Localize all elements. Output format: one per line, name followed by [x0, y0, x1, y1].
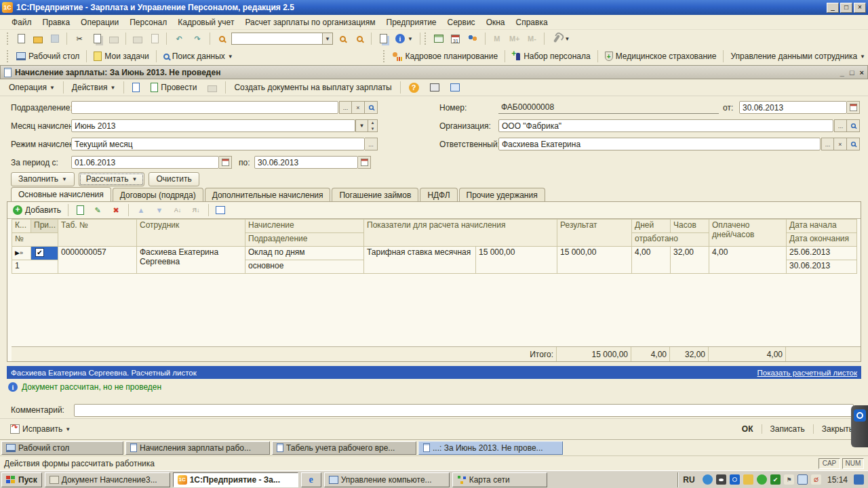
delete-row-button[interactable]: ✖: [108, 203, 124, 218]
calc-m-button[interactable]: M: [490, 31, 505, 46]
medical-insurance-button[interactable]: +Медицинское страхование: [602, 49, 719, 64]
open-button[interactable]: [31, 31, 45, 46]
my-tasks-button[interactable]: Мои задачи: [91, 49, 151, 64]
copy-button[interactable]: [90, 31, 104, 46]
toolbar-grip[interactable]: [7, 50, 9, 62]
accrual-mode-field[interactable]: Текущий месяц: [71, 138, 365, 150]
accrue-checkbox-cell[interactable]: ✔: [31, 247, 58, 260]
taskbar-network-map-button[interactable]: Карта сети: [452, 472, 547, 487]
users-button[interactable]: [465, 31, 481, 46]
actions-menu-button[interactable]: Действия▼: [67, 81, 121, 95]
menu-payroll-by-org[interactable]: Расчет зарплаты по организациям: [240, 16, 380, 28]
organization-open-button[interactable]: [847, 119, 860, 132]
indicator-value-cell[interactable]: 15 000,00: [476, 247, 557, 274]
tray-eye-icon[interactable]: [716, 474, 726, 485]
period-to-field[interactable]: 30.06.2013: [254, 156, 358, 169]
new-document-button[interactable]: [14, 31, 28, 46]
month-spinner[interactable]: ▲▼: [368, 119, 378, 132]
result-cell[interactable]: 15 000,00: [557, 247, 632, 274]
clear-button[interactable]: Очистить: [149, 172, 199, 186]
toolbar-grip[interactable]: [425, 33, 427, 45]
move-up-button[interactable]: ▲: [133, 203, 149, 218]
menu-windows[interactable]: Окна: [481, 16, 510, 28]
tray-volume-muted-icon[interactable]: Ø: [811, 474, 821, 485]
spin-up-icon[interactable]: ▲: [371, 120, 375, 126]
taskbar-doc-button[interactable]: Документ Начисление3...: [45, 472, 170, 487]
close-button[interactable]: ×: [854, 3, 866, 13]
menu-personnel[interactable]: Персонал: [125, 16, 172, 28]
tab-additional-accruals[interactable]: Дополнительные начисления: [205, 188, 331, 201]
save-button[interactable]: [47, 31, 62, 46]
help-button[interactable]: ?: [404, 81, 424, 95]
tray-usb-icon[interactable]: [757, 474, 767, 485]
tray-check-icon[interactable]: ✔: [770, 474, 781, 485]
responsible-field[interactable]: Фасхиева Екатерина: [498, 138, 821, 150]
wintab-accruals-list[interactable]: Начисления зарплаты рабо...: [125, 441, 270, 455]
calendar-button[interactable]: 31: [448, 31, 463, 46]
wintab-timesheet[interactable]: Табель учета рабочего вре...: [272, 441, 416, 455]
print-button[interactable]: [130, 31, 145, 46]
accrual-month-field[interactable]: Июнь 2013: [71, 119, 355, 132]
restore-button[interactable]: □: [840, 3, 852, 13]
hr-planning-button[interactable]: Кадровое планирование: [390, 49, 500, 64]
start-button[interactable]: Пуск: [1, 472, 42, 487]
tab-ndfl[interactable]: НДФЛ: [420, 188, 457, 201]
employee-cell[interactable]: Фасхиева Екатерина Сергеевна: [137, 247, 245, 274]
toolbar-grip[interactable]: [383, 50, 386, 62]
period-to-calendar-button[interactable]: [358, 156, 371, 169]
find-button[interactable]: [214, 31, 229, 46]
tray-flag-icon[interactable]: ⚑: [784, 474, 794, 485]
tree-view-button[interactable]: [446, 81, 465, 95]
wintab-desktop[interactable]: Рабочий стол: [1, 441, 123, 455]
month-dropdown-button[interactable]: ▼: [355, 119, 368, 132]
menu-enterprise[interactable]: Предприятие: [382, 16, 441, 28]
service-info-button[interactable]: i▼: [393, 31, 416, 46]
copy-windows-button[interactable]: [376, 31, 391, 46]
add-row-button[interactable]: +Добавить: [10, 203, 64, 218]
table-row[interactable]: ▶» ✔ 0000000057 Фасхиева Екатерина Серге…: [12, 247, 857, 260]
menu-hr-records[interactable]: Кадровый учет: [173, 16, 239, 28]
department-clear-button[interactable]: ×: [352, 101, 365, 114]
tab-number-cell[interactable]: 0000000057: [58, 247, 137, 274]
comment-field[interactable]: [74, 404, 854, 417]
doc-restore-button[interactable]: □: [850, 68, 854, 77]
paste-button[interactable]: [106, 31, 121, 46]
tray-tc-icon[interactable]: [703, 474, 713, 485]
create-payout-docs-button[interactable]: Создать документы на выплату зарплаты: [229, 81, 396, 95]
date-end-cell[interactable]: 30.06.2013: [787, 260, 857, 274]
days-cell[interactable]: 4,00: [632, 247, 671, 274]
hours-cell[interactable]: 32,00: [671, 247, 709, 274]
mode-select-button[interactable]: ...: [365, 138, 378, 150]
menu-service[interactable]: Сервис: [443, 16, 480, 28]
move-down-button[interactable]: ▼: [151, 203, 167, 218]
taskbar-1c-button[interactable]: 1С1С:Предприятие - За...: [173, 472, 298, 487]
wintab-current-doc[interactable]: ...: За Июнь 2013. Не прове...: [418, 441, 563, 455]
doc-date-calendar-button[interactable]: [847, 101, 860, 114]
column-settings-button[interactable]: [213, 203, 228, 218]
tray-teamviewer-icon[interactable]: [730, 474, 740, 485]
menu-operations[interactable]: Операции: [76, 16, 123, 28]
menu-help[interactable]: Справка: [511, 16, 553, 28]
recruiting-button[interactable]: Набор персонала: [509, 49, 593, 64]
show-desktop-icon[interactable]: [854, 474, 864, 485]
row-marker-cell[interactable]: ▶»: [12, 247, 31, 260]
calc-m-plus-button[interactable]: M+: [507, 31, 523, 46]
toolbar-grip[interactable]: [7, 33, 9, 45]
row-number-cell[interactable]: 1: [12, 260, 58, 274]
save-record-button[interactable]: Записать: [765, 423, 810, 435]
list-settings-button[interactable]: [425, 81, 444, 95]
settings-button[interactable]: ▼: [549, 31, 573, 46]
organization-field[interactable]: ООО "Фабрика": [498, 119, 833, 132]
date-start-cell[interactable]: 25.06.2013: [787, 247, 857, 260]
responsible-clear-button[interactable]: ×: [834, 138, 847, 150]
fill-button[interactable]: Заполнить▼: [11, 172, 75, 186]
tray-folder-info-icon[interactable]: [743, 474, 753, 485]
desktop-button[interactable]: Рабочий стол: [14, 49, 82, 64]
department-field[interactable]: [71, 101, 338, 114]
tab-loan-repayment[interactable]: Погашение займов: [332, 188, 418, 201]
calc-m-minus-button[interactable]: M-: [525, 31, 540, 46]
find-prev-button[interactable]: [352, 31, 367, 46]
spin-down-icon[interactable]: ▼: [371, 126, 375, 132]
find-next-button[interactable]: [335, 31, 350, 46]
period-from-calendar-button[interactable]: [219, 156, 232, 169]
